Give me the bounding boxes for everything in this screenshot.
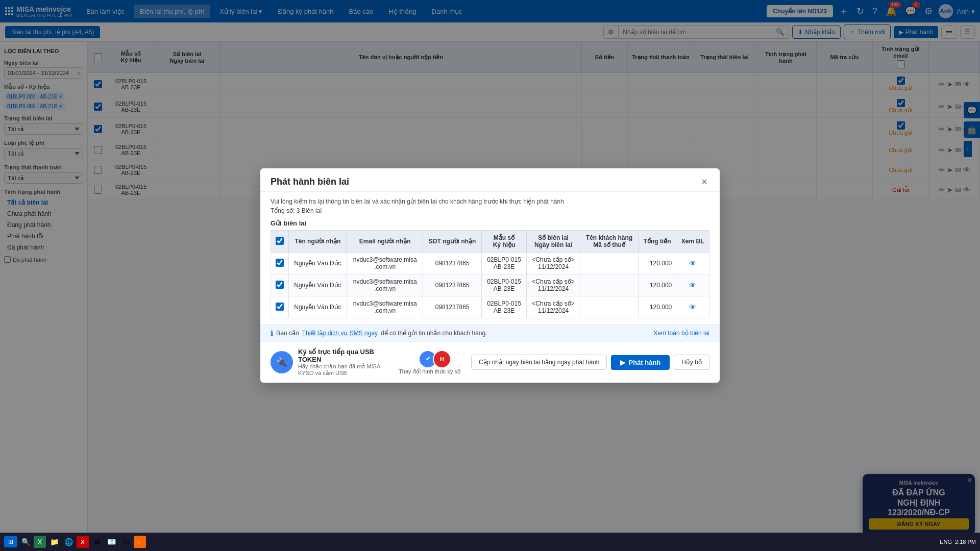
taskbar-app4[interactable]: F — [134, 536, 146, 548]
modal-th-ten: Tên người nhận — [288, 231, 347, 253]
huy-bo-button[interactable]: Hủy bỏ — [674, 355, 709, 370]
modal-row2-checkbox — [271, 274, 289, 296]
taskbar-app1[interactable]: X — [77, 536, 89, 548]
modal-row1-view: 👁 — [676, 253, 709, 274]
capnhat-ngay-button[interactable]: Cập nhật ngày biên lai bằng ngày phát hà… — [471, 355, 607, 370]
taskbar-folder[interactable]: 📁 — [48, 536, 60, 548]
modal-row2-ten: Nguyễn Văn Đức — [288, 274, 347, 296]
modal-title: Phát hành biên lai — [271, 177, 349, 187]
modal-header: Phát hành biên lai × — [260, 168, 720, 192]
modal-row1-email: nvduc3@software.misa.com.vn — [347, 253, 423, 274]
modal-row1-tong-tien: 120.000 — [638, 253, 676, 274]
modal-row1-ten: Nguyễn Văn Đức — [288, 253, 347, 274]
modal-th-ten-kh: Tên khách hàngMã số thuế — [580, 231, 639, 253]
modal-row3-email: nvduc3@software.misa.com.vn — [347, 296, 423, 318]
modal-row3-mau-so: 02BLP0-015AB-23E — [482, 296, 527, 318]
modal-overlay[interactable]: Phát hành biên lai × Vui lòng kiểm tra l… — [0, 0, 980, 551]
taskbar-right: ENG 2:18 PM — [940, 539, 976, 545]
usb-sign-icon: 🔌 — [271, 351, 293, 373]
modal-desc: Vui lòng kiểm tra lại thông tin biên lai… — [271, 198, 709, 205]
modal-th-email: Email người nhận — [347, 231, 423, 253]
modal-th-checkbox — [271, 231, 289, 253]
send-icon: ▶ — [620, 359, 625, 366]
modal-th-sdt: SDT người nhận — [423, 231, 482, 253]
sign-sub: Hãy chắc chắn bạn đã mở MISA KYSO và cắm… — [298, 363, 388, 377]
modal-row1-ten-kh — [580, 253, 639, 274]
taskbar-search[interactable]: 🔍 — [19, 536, 32, 548]
info-suffix: để có thể gửi tin nhắn cho khách hàng. — [381, 330, 487, 337]
modal-bottom: 🔌 Ký số trực tiếp qua USB TOKEN Hãy chắc… — [260, 341, 720, 383]
info-text: Bạn cần — [276, 330, 299, 337]
modal-row2-ten-kh — [580, 274, 639, 296]
taskbar-lang: ENG — [940, 539, 952, 545]
modal-th-tong-tien: Tổng tiền — [638, 231, 676, 253]
modal-row3-ten-kh — [580, 296, 639, 318]
taskbar-excel[interactable]: X — [34, 536, 46, 548]
view-all-link[interactable]: Xem toàn bộ biên lai — [653, 330, 709, 337]
modal-row3-view: 👁 — [676, 296, 709, 318]
modal-row3-checkbox — [271, 296, 289, 318]
sign-avatars: ✔ H — [419, 350, 451, 368]
modal-count: Tổng số: 3 Biên lai — [271, 207, 709, 214]
modal-table-row-3: Nguyễn Văn Đức nvduc3@software.misa.com.… — [271, 296, 709, 318]
modal-row2-sdt: 0981237865 — [423, 274, 482, 296]
modal-row3-sdt: 0981237865 — [423, 296, 482, 318]
modal-row1-mau-so: 02BLP0-015AB-23E — [482, 253, 527, 274]
modal-close-button[interactable]: × — [699, 177, 709, 187]
modal-row2-view: 👁 — [676, 274, 709, 296]
taskbar-settings[interactable]: ⚙ — [91, 536, 103, 548]
modal-table: Tên người nhận Email người nhận SDT ngườ… — [271, 230, 709, 318]
taskbar-app2[interactable]: 📧 — [105, 536, 117, 548]
windows-icon: ⊞ — [8, 538, 13, 545]
modal-row1-sdt: 0981237865 — [423, 253, 482, 274]
modal-th-so-bien-lai: Số biên laiNgày biên lai — [526, 231, 580, 253]
eye-icon-3[interactable]: 👁 — [689, 303, 696, 311]
modal-th-mau-so: Mẫu sốKý hiệu — [482, 231, 527, 253]
eye-icon-1[interactable]: 👁 — [689, 259, 696, 267]
taskbar: ⊞ 🔍 X 📁 🌐 X ⚙ 📧 🗂 F ENG 2:18 PM — [0, 533, 980, 551]
modal-row1-so-bien-lai: <Chưa cấp số>11/12/2024 — [526, 253, 580, 274]
modal-row2-so-bien-lai: <Chưa cấp số>11/12/2024 — [526, 274, 580, 296]
modal-info-bar: ℹ Bạn cần Thiết lập dịch vụ SMS ngay để … — [260, 324, 720, 341]
taskbar-app3[interactable]: 🗂 — [119, 536, 132, 548]
eye-icon-2[interactable]: 👁 — [689, 281, 696, 289]
modal-row2-mau-so: 02BLP0-015AB-23E — [482, 274, 527, 296]
modal-table-row-1: Nguyễn Văn Đức nvduc3@software.misa.com.… — [271, 253, 709, 274]
modal-section-title: Gửi biên lai — [271, 219, 709, 227]
modal-phathanh-button[interactable]: ▶ Phát hành — [611, 355, 670, 370]
phat-hanh-modal: Phát hành biên lai × Vui lòng kiểm tra l… — [260, 168, 720, 383]
modal-table-row-2: Nguyễn Văn Đức nvduc3@software.misa.com.… — [271, 274, 709, 296]
modal-row2-tong-tien: 120.000 — [638, 274, 676, 296]
sign-title: Ký số trực tiếp qua USB TOKEN — [298, 348, 388, 363]
modal-row3-ten: Nguyễn Văn Đức — [288, 296, 347, 318]
info-icon: ℹ — [271, 329, 273, 337]
modal-body: Vui lòng kiểm tra lại thông tin biên lai… — [260, 192, 720, 324]
modal-row3-tong-tien: 120.000 — [638, 296, 676, 318]
modal-th-xem-bl: Xem BL — [676, 231, 709, 253]
sign-method-area: ✔ H Thay đổi hình thức ký số — [399, 350, 461, 375]
modal-row1-checkbox — [271, 253, 289, 274]
modal-row3-so-bien-lai: <Chưa cấp số>11/12/2024 — [526, 296, 580, 318]
modal-action-buttons: Cập nhật ngày biên lai bằng ngày phát hà… — [471, 355, 709, 370]
modal-row2-email: nvduc3@software.misa.com.vn — [347, 274, 423, 296]
start-button[interactable]: ⊞ — [4, 536, 17, 547]
sign-method-label: Thay đổi hình thức ký số — [399, 368, 461, 375]
taskbar-chrome[interactable]: 🌐 — [62, 536, 75, 548]
taskbar-time: 2:18 PM — [955, 539, 976, 545]
sign-avatar-red: H — [433, 350, 451, 368]
sign-info: Ký số trực tiếp qua USB TOKEN Hãy chắc c… — [298, 348, 388, 377]
sms-setup-link[interactable]: Thiết lập dịch vụ SMS ngay — [302, 330, 378, 337]
